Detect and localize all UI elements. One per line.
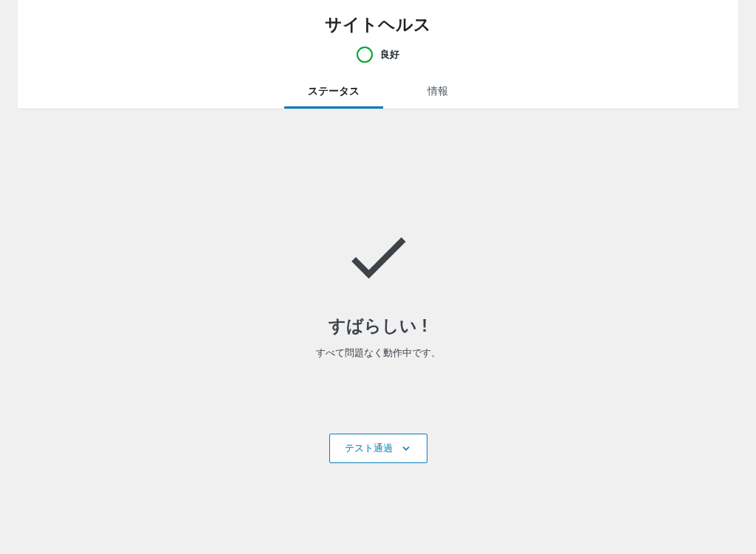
tests-passed-button[interactable]: テスト通過 — [329, 434, 427, 463]
checkmark-icon — [341, 220, 415, 294]
site-health-header: サイトヘルス 良好 ステータス 情報 — [18, 0, 738, 109]
headline-text: すばらしい ! — [18, 315, 738, 338]
tab-bar: ステータス 情報 — [18, 76, 738, 109]
tab-info-label: 情報 — [427, 85, 448, 97]
page-title: サイトヘルス — [18, 9, 738, 47]
status-circle-icon — [357, 47, 373, 63]
tests-passed-label: テスト通過 — [345, 442, 393, 455]
subline-text: すべて問題なく動作中です。 — [18, 346, 738, 360]
tab-status[interactable]: ステータス — [303, 76, 364, 109]
tab-status-label: ステータス — [308, 85, 360, 97]
status-label: 良好 — [380, 48, 399, 61]
tab-info[interactable]: 情報 — [423, 76, 453, 109]
main-content: すばらしい ! すべて問題なく動作中です。 テスト通過 — [18, 109, 738, 463]
status-indicator: 良好 — [18, 47, 738, 76]
chevron-down-icon — [400, 442, 412, 454]
